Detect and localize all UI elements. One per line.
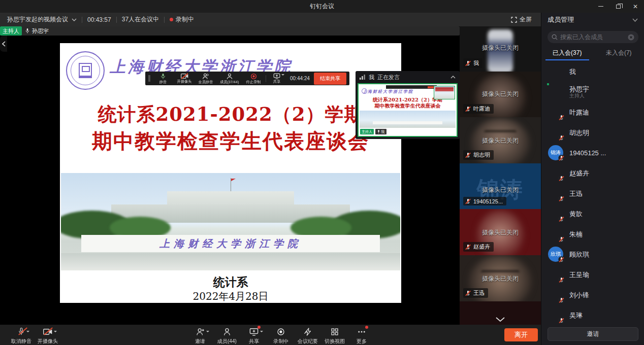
speaker-name: 孙思宇 [32, 27, 49, 35]
maximize-button[interactable] [609, 0, 627, 13]
caret-icon[interactable] [54, 331, 57, 334]
meeting-title-dropdown[interactable]: 孙思宇发起的视频会议 [7, 15, 68, 24]
member-row[interactable]: 叶露迪 [541, 102, 644, 122]
mic-muted-icon [558, 277, 564, 283]
mini-tags: 主持人 我 [360, 129, 387, 134]
members-button[interactable]: 成员(44) [213, 327, 241, 345]
switch-view-button[interactable]: 切换视图 [320, 327, 349, 345]
camera-off-label: 摄像头已关闭 [460, 274, 541, 283]
share-button[interactable]: 共享 [240, 327, 268, 345]
caret-icon[interactable] [26, 331, 29, 334]
screen-share-icon [273, 73, 280, 79]
scroll-down-button[interactable] [496, 315, 505, 324]
caret-icon[interactable] [260, 331, 263, 334]
camera-on-button[interactable]: 开摄像头 [34, 327, 62, 345]
participant-count: 37人在会议中 [122, 15, 159, 24]
tab-joined[interactable]: 已入会(37) [541, 46, 593, 60]
mic-muted-icon [465, 60, 471, 66]
mini-toolbar [386, 85, 437, 89]
member-row[interactable]: 我 [541, 61, 644, 82]
search-input[interactable] [560, 33, 625, 41]
minimize-button[interactable] [592, 0, 609, 13]
slide-title-line2: 期中教学检查学生代表座谈会 [60, 127, 401, 155]
minimize-icon [598, 6, 603, 7]
university-seal-logo [66, 51, 105, 90]
chevron-up-icon[interactable] [450, 76, 456, 79]
mute-all-button[interactable]: 全员静音 [195, 72, 216, 85]
camera-off-label: 摄像头已关闭 [460, 228, 541, 237]
member-row[interactable]: 孙思宇主持人 [541, 82, 644, 102]
preview-header: 我 正在发言 [356, 71, 460, 83]
leave-meeting-button[interactable]: 离开 [504, 328, 538, 341]
member-row[interactable]: 刘小锋 [541, 285, 644, 305]
stop-record-button[interactable]: 停止录制 [243, 72, 264, 85]
video-strip-collapse-handle[interactable] [0, 36, 7, 52]
current-speaker-chip: 主持人 孙思宇 [0, 26, 460, 36]
member-search-box[interactable] [548, 31, 638, 43]
tab-not-joined[interactable]: 未入会(7) [593, 46, 644, 60]
member-row[interactable]: 朱楠 [541, 224, 644, 244]
divider [116, 17, 117, 23]
unmute-button[interactable]: 取消静音 [7, 327, 36, 345]
mini-me-chip: 我 [375, 129, 387, 134]
member-row[interactable]: 吴琳 [541, 305, 644, 324]
caret-icon[interactable] [206, 331, 209, 334]
search-icon [552, 34, 558, 40]
ellipsis-icon [357, 328, 366, 336]
member-row[interactable]: 黄歆 [541, 203, 644, 224]
drag-handle[interactable] [148, 75, 150, 82]
more-button[interactable]: 更多 [347, 327, 376, 345]
video-tile[interactable]: 摄像头已关闭 赵盛卉 [460, 209, 541, 255]
mic-muted-icon [465, 244, 471, 250]
mic-icon [377, 130, 380, 133]
plaza [61, 253, 400, 270]
signal-bars-icon [360, 75, 366, 80]
member-row[interactable]: 胡志明 [541, 122, 644, 143]
video-tile[interactable]: 锦涛 摄像头已关闭 19405125... [460, 163, 541, 209]
panel-header: 成员管理 [541, 13, 644, 27]
meeting-notes-button[interactable]: 会议纪要 [294, 327, 322, 345]
slide-footer-department: 统计系 [60, 274, 401, 290]
video-tile[interactable]: 摄像头已关闭 王迅 [460, 255, 541, 301]
video-tile[interactable]: 摄像头已关闭 胡志明 [460, 117, 541, 163]
slide-footer-date: 2022年4月28日 [60, 290, 401, 303]
person-icon [223, 328, 231, 336]
speaking-status: 正在发言 [377, 74, 400, 81]
close-button[interactable]: ✕ [627, 0, 644, 13]
camera-off-label: 摄像头已关闭 [460, 136, 541, 145]
camera-toggle-button[interactable]: 开摄像头 [174, 72, 195, 85]
member-row[interactable]: 欣琪 顾欣琪 [541, 244, 644, 264]
dingtalk-meeting-window: 钉钉会议 ✕ 孙思宇发起的视频会议 00:43:57 37人在会议中 录制中 全… [0, 0, 644, 345]
person-icon [226, 73, 233, 80]
mute-button[interactable]: 静音 [152, 72, 174, 85]
member-row[interactable]: 锦涛 19405125 ... [541, 143, 644, 163]
preview-shared-screen: 上海财经大学浙江学院 统计系2021-2022（2）学期 期中教学检查学生代表座… [358, 83, 458, 137]
mic-muted-icon [465, 106, 471, 112]
mic-icon [160, 73, 166, 80]
mic-muted-icon [465, 290, 471, 296]
invite-button[interactable]: 邀请 [186, 327, 214, 345]
chevron-down-icon[interactable] [632, 18, 638, 22]
video-tile[interactable]: 摄像头已关闭 叶露迪 [460, 72, 541, 117]
recording-button[interactable]: 录制中 [267, 327, 295, 345]
clear-search-icon[interactable] [628, 34, 634, 41]
mic-muted-icon [558, 256, 564, 262]
divider [266, 75, 266, 82]
panel-invite-button[interactable]: 邀请 [548, 327, 638, 341]
divider [164, 17, 165, 23]
video-tile-partial[interactable] [460, 301, 541, 325]
speaker-preview-window[interactable]: 我 正在发言 上海财经大学浙江学院 统计系2021-2022（2）学期 期中教学… [356, 71, 460, 139]
video-tile[interactable]: 摄像头已关闭 我 [460, 26, 541, 72]
fullscreen-button[interactable]: 全屏 [511, 13, 532, 26]
member-tabs: 已入会(37) 未入会(7) [541, 46, 644, 60]
chevron-down-icon[interactable] [72, 18, 77, 21]
people-icon [202, 73, 209, 80]
share-button[interactable]: 共享 [268, 72, 286, 85]
member-row[interactable]: 王呈瑜 [541, 264, 644, 285]
mic-muted-icon [558, 134, 564, 141]
nested-preview [434, 86, 455, 99]
members-count-button[interactable]: 成员(37/44) [216, 72, 243, 85]
member-row[interactable]: 王迅 [541, 183, 644, 203]
member-row[interactable]: 赵盛卉 [541, 163, 644, 183]
end-share-button[interactable]: 结束共享 [314, 73, 346, 85]
